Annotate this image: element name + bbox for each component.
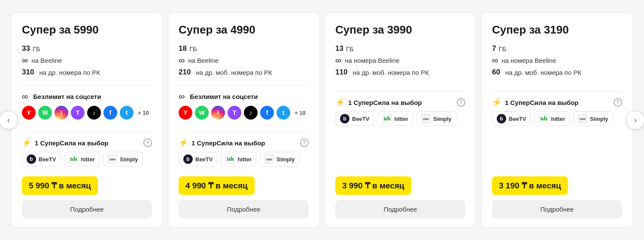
other-minutes: 60 <box>492 68 500 77</box>
other-minutes: 110 <box>335 68 347 77</box>
carousel-wrapper: ‹ Супер за 599033ГБ∞на Beeline310на др. … <box>9 12 635 228</box>
app-chip-hitter: hitter <box>64 152 100 166</box>
superpower-row: ⚡ 1 СуперСила на выбор ? <box>179 138 309 148</box>
other-label: на др. моб. номера по РК <box>352 69 428 76</box>
infinity-icon: ∞ <box>335 55 341 65</box>
other-label: на др. моб. номера по РК <box>505 69 581 76</box>
info-icon[interactable]: ? <box>614 98 622 107</box>
simply-app-icon: sim <box>264 154 274 164</box>
svg-rect-4 <box>227 157 228 161</box>
card-title: Супер за 3190 <box>492 23 622 37</box>
info-icon[interactable]: ? <box>143 138 152 147</box>
card-title: Супер за 4990 <box>179 23 309 37</box>
details-button[interactable]: Подробнее <box>179 200 309 218</box>
other-numbers-row: 210на др. моб. номера по РК <box>179 68 309 77</box>
infinity-icon: ∞ <box>492 55 498 65</box>
svg-rect-11 <box>389 117 390 120</box>
other-label: на др. номера по РК <box>39 69 100 76</box>
card-bottom: 3 990 ₸ в месяцПодробнее <box>335 176 465 218</box>
other-numbers-row: 60на др. моб. номера по РК <box>492 68 622 77</box>
svg-rect-5 <box>229 158 230 161</box>
app-chip-label: hitter <box>394 116 408 122</box>
other-numbers-row: 310на др. номера по РК <box>22 68 152 77</box>
svg-rect-9 <box>386 118 387 120</box>
twitch-icon: T <box>228 106 241 120</box>
plan-card-4: Супер за 31907ГБ∞на номера Beeline60на д… <box>481 12 633 228</box>
svg-rect-15 <box>546 117 547 120</box>
details-button[interactable]: Подробнее <box>335 200 465 218</box>
cards-container: Супер за 599033ГБ∞на Beeline310на др. но… <box>9 12 635 228</box>
twitter-icon: t <box>120 106 134 120</box>
superpower-row: ⚡ 1 СуперСила на выбор ? <box>492 98 622 107</box>
app-chip-beetv: bBeeTV <box>492 111 531 126</box>
app-chip-label: Simply <box>590 116 608 122</box>
svg-rect-6 <box>231 157 232 161</box>
beeline-label: на Beeline <box>31 57 62 64</box>
app-chip-label: hitter <box>81 156 95 163</box>
gb-value: 18 <box>179 44 187 53</box>
other-minutes: 310 <box>22 68 34 77</box>
app-chip-beetv: bBeeTV <box>22 152 61 166</box>
app-chip-label: hitter <box>237 156 252 163</box>
gb-row: 18ГБ <box>179 44 309 53</box>
app-chips: bBeeTVhittersimSimply <box>179 152 309 166</box>
hitter-app-icon <box>539 114 548 123</box>
app-chip-label: Simply <box>276 156 295 163</box>
social-plus-count: + 10 <box>138 110 149 116</box>
beetv-app-icon: b <box>497 114 506 123</box>
info-icon[interactable]: ? <box>457 98 465 107</box>
beeline-row: ∞на номера Beeline <box>492 55 622 65</box>
next-button[interactable]: › <box>626 111 644 129</box>
beeline-row: ∞на Beeline <box>22 55 152 65</box>
app-chips: bBeeTVhittersimSimply <box>335 111 465 126</box>
price-badge: 3 990 ₸ в месяц <box>335 176 411 195</box>
infinity-icon: ∞ <box>179 55 185 65</box>
app-chip-label: BeeTV <box>39 156 56 163</box>
gb-value: 7 <box>492 44 496 53</box>
youtube-icon: Y <box>22 106 36 120</box>
details-button[interactable]: Подробнее <box>22 200 152 218</box>
app-chip-hitter: hitter <box>221 152 256 166</box>
svg-rect-0 <box>70 157 72 161</box>
gb-label: ГБ <box>498 45 506 52</box>
gb-label: ГБ <box>189 45 197 52</box>
prev-button[interactable]: ‹ <box>0 111 18 129</box>
gb-value: 13 <box>335 44 343 53</box>
superpower-label: 1 СуперСила на выбор <box>35 139 143 147</box>
gb-row: 7ГБ <box>492 44 622 53</box>
hitter-app-icon <box>69 154 78 164</box>
info-icon[interactable]: ? <box>300 138 309 147</box>
whatsapp-icon: W <box>38 106 52 120</box>
facebook-icon: f <box>103 106 117 120</box>
bolt-icon: ⚡ <box>22 138 31 148</box>
beetv-app-icon: b <box>27 154 36 164</box>
gb-row: 13ГБ <box>335 44 465 53</box>
hitter-app-icon <box>225 154 235 164</box>
price-badge: 3 190 ₸ в месяц <box>492 176 568 195</box>
bolt-icon: ⚡ <box>492 98 501 107</box>
details-button[interactable]: Подробнее <box>492 200 622 218</box>
app-chip-hitter: hitter <box>534 111 570 126</box>
app-chip-label: Simply <box>120 156 138 163</box>
superpower-label: 1 СуперСила на выбор <box>505 99 614 106</box>
price-badge: 5 990 ₸ в месяц <box>22 176 98 195</box>
infinity-icon: ∞ <box>22 55 28 65</box>
simply-app-icon: sim <box>108 154 117 164</box>
beeline-label: на номера Beeline <box>501 57 556 64</box>
plan-card-2: Супер за 499018ГБ∞на Beeline210на др. мо… <box>168 12 319 228</box>
social-icons: YWIT♪ft+ 10 <box>22 106 152 120</box>
svg-rect-13 <box>542 118 544 120</box>
app-chip-hitter: hitter <box>377 111 413 126</box>
app-chip-simply: simSimply <box>103 152 143 166</box>
superpower-label: 1 СуперСила на выбор <box>348 99 457 106</box>
bolt-icon: ⚡ <box>335 98 345 107</box>
card-bottom: 3 190 ₸ в месяцПодробнее <box>492 176 622 218</box>
other-minutes: 210 <box>179 68 191 77</box>
twitter-icon: t <box>276 106 290 120</box>
beeline-label: на Beeline <box>188 57 219 64</box>
app-chip-simply: simSimply <box>260 152 300 166</box>
card-bottom: 5 990 ₸ в месяцПодробнее <box>22 176 152 218</box>
simply-app-icon: sim <box>578 114 587 123</box>
app-chip-simply: simSimply <box>573 111 613 126</box>
svg-rect-1 <box>72 158 73 161</box>
